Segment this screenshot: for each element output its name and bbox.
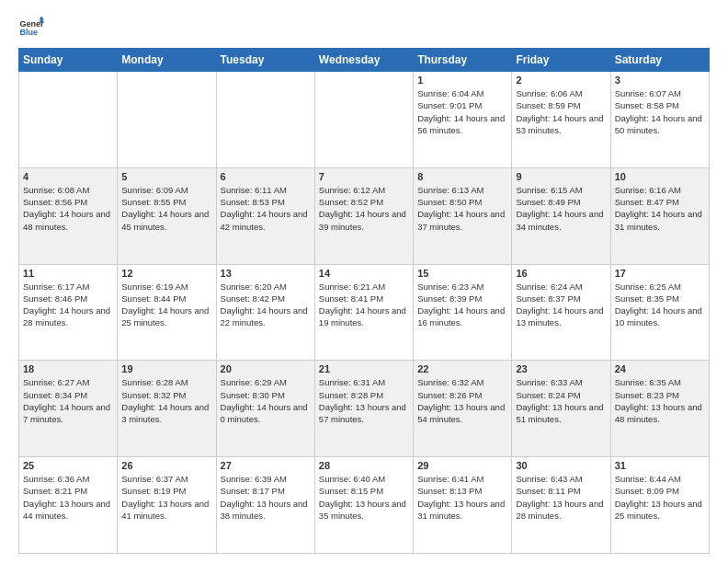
calendar-day-cell: 1Sunrise: 6:04 AMSunset: 9:01 PMDaylight… [414,72,512,168]
calendar-day-cell: 16Sunrise: 6:24 AMSunset: 8:37 PMDayligh… [512,264,610,361]
day-number: 30 [516,460,606,471]
day-info-line: Sunrise: 6:44 AM [615,473,705,485]
calendar-day-cell: 4Sunrise: 6:08 AMSunset: 8:56 PMDaylight… [19,167,118,264]
day-info-line: Sunset: 8:58 PM [615,99,705,111]
calendar-day-cell: 6Sunrise: 6:11 AMSunset: 8:53 PMDaylight… [216,167,314,264]
calendar-day-cell: 31Sunrise: 6:44 AMSunset: 8:09 PMDayligh… [610,457,709,554]
day-info-line: Sunset: 8:30 PM [221,389,311,401]
day-info-line: Sunset: 8:59 PM [516,99,606,111]
day-info-line: Sunrise: 6:24 AM [516,281,606,293]
day-header-sunday: Sunday [19,49,118,72]
day-header-tuesday: Tuesday [216,49,314,72]
day-info-line: Sunset: 8:32 PM [121,389,211,401]
calendar-day-cell: 25Sunrise: 6:36 AMSunset: 8:21 PMDayligh… [19,457,118,554]
day-info-line: Sunset: 8:15 PM [319,485,409,497]
day-info-line: Sunrise: 6:16 AM [615,184,705,196]
day-info-line: Sunset: 8:09 PM [615,485,705,497]
day-info-line: Sunrise: 6:25 AM [615,281,705,293]
day-info-line: Daylight: 14 hours and 28 minutes. [23,304,113,329]
day-info-line: Daylight: 14 hours and 7 minutes. [23,401,113,426]
calendar-day-cell: 21Sunrise: 6:31 AMSunset: 8:28 PMDayligh… [314,361,413,457]
day-info-line: Sunrise: 6:04 AM [417,87,507,99]
day-number: 6 [221,171,311,182]
calendar-week-row: 18Sunrise: 6:27 AMSunset: 8:34 PMDayligh… [19,361,710,457]
day-info-line: Sunrise: 6:13 AM [417,184,507,196]
day-info-line: Sunrise: 6:33 AM [516,376,606,388]
day-info-line: Sunrise: 6:11 AM [221,184,311,196]
day-number: 21 [319,363,409,374]
day-info-line: Sunrise: 6:35 AM [615,376,705,388]
svg-text:Blue: Blue [19,28,38,37]
logo: General Blue [18,15,44,40]
day-info-line: Daylight: 14 hours and 25 minutes. [121,304,211,329]
calendar-table: SundayMondayTuesdayWednesdayThursdayFrid… [18,48,710,554]
day-info-line: Sunrise: 6:21 AM [319,281,409,293]
calendar-header-row: SundayMondayTuesdayWednesdayThursdayFrid… [19,49,710,72]
day-info-line: Sunset: 8:19 PM [121,485,211,497]
day-number: 16 [516,268,606,279]
day-info-line: Sunset: 8:53 PM [221,196,311,208]
day-info-line: Sunset: 8:13 PM [417,485,507,497]
day-info-line: Daylight: 14 hours and 10 minutes. [615,304,705,329]
day-info-line: Daylight: 14 hours and 22 minutes. [221,304,311,329]
day-info-line: Sunset: 8:42 PM [221,293,311,304]
day-number: 2 [516,75,606,86]
day-info-line: Daylight: 14 hours and 0 minutes. [221,401,311,426]
day-info-line: Sunrise: 6:40 AM [319,473,409,485]
calendar-day-cell [118,72,216,168]
day-info-line: Sunset: 8:50 PM [417,196,507,208]
day-info-line: Sunrise: 6:09 AM [121,184,211,196]
day-number: 22 [417,363,507,374]
calendar-day-cell: 28Sunrise: 6:40 AMSunset: 8:15 PMDayligh… [314,457,413,554]
day-info-line: Daylight: 13 hours and 38 minutes. [221,498,311,523]
day-info-line: Sunrise: 6:17 AM [23,281,113,293]
calendar-day-cell [19,72,118,168]
day-info-line: Daylight: 13 hours and 31 minutes. [417,498,507,523]
day-info-line: Sunset: 8:37 PM [516,293,606,304]
day-number: 23 [516,363,606,374]
day-info-line: Sunrise: 6:19 AM [121,281,211,293]
day-info-line: Sunset: 8:23 PM [615,389,705,401]
day-info-line: Sunset: 8:56 PM [23,196,113,208]
day-info-line: Daylight: 14 hours and 56 minutes. [417,112,507,137]
day-number: 7 [319,171,409,182]
day-info-line: Sunrise: 6:36 AM [23,473,113,485]
day-number: 27 [221,460,311,471]
day-info-line: Daylight: 14 hours and 39 minutes. [319,208,409,233]
day-number: 17 [615,268,705,279]
calendar-day-cell: 18Sunrise: 6:27 AMSunset: 8:34 PMDayligh… [19,361,118,457]
day-info-line: Sunset: 8:26 PM [417,389,507,401]
calendar-day-cell: 5Sunrise: 6:09 AMSunset: 8:55 PMDaylight… [118,167,216,264]
day-info-line: Sunset: 8:39 PM [417,293,507,304]
calendar-day-cell: 19Sunrise: 6:28 AMSunset: 8:32 PMDayligh… [118,361,216,457]
day-info-line: Sunrise: 6:28 AM [121,376,211,388]
day-info-line: Daylight: 14 hours and 13 minutes. [516,304,606,329]
calendar-day-cell: 7Sunrise: 6:12 AMSunset: 8:52 PMDaylight… [314,167,413,264]
calendar-day-cell: 30Sunrise: 6:43 AMSunset: 8:11 PMDayligh… [512,457,610,554]
day-number: 19 [121,363,211,374]
day-info-line: Daylight: 13 hours and 28 minutes. [516,498,606,523]
day-info-line: Sunset: 8:47 PM [615,196,705,208]
day-info-line: Daylight: 13 hours and 35 minutes. [319,498,409,523]
day-info-line: Daylight: 14 hours and 31 minutes. [615,208,705,233]
day-info-line: Daylight: 13 hours and 57 minutes. [319,401,409,426]
day-number: 20 [221,363,311,374]
day-number: 25 [23,460,113,471]
day-header-friday: Friday [512,49,610,72]
day-info-line: Daylight: 14 hours and 45 minutes. [121,208,211,233]
day-info-line: Sunset: 8:28 PM [319,389,409,401]
day-info-line: Sunrise: 6:15 AM [516,184,606,196]
calendar-day-cell: 24Sunrise: 6:35 AMSunset: 8:23 PMDayligh… [610,361,709,457]
day-info-line: Sunrise: 6:43 AM [516,473,606,485]
calendar-day-cell: 12Sunrise: 6:19 AMSunset: 8:44 PMDayligh… [118,264,216,361]
day-number: 9 [516,171,606,182]
day-info-line: Daylight: 14 hours and 53 minutes. [516,112,606,137]
day-info-line: Daylight: 13 hours and 54 minutes. [417,401,507,426]
page-header: General Blue [18,15,710,40]
day-info-line: Daylight: 13 hours and 41 minutes. [121,498,211,523]
calendar-week-row: 25Sunrise: 6:36 AMSunset: 8:21 PMDayligh… [19,457,710,554]
calendar-day-cell: 27Sunrise: 6:39 AMSunset: 8:17 PMDayligh… [216,457,314,554]
day-number: 14 [319,268,409,279]
day-info-line: Sunset: 8:34 PM [23,389,113,401]
calendar-day-cell: 26Sunrise: 6:37 AMSunset: 8:19 PMDayligh… [118,457,216,554]
